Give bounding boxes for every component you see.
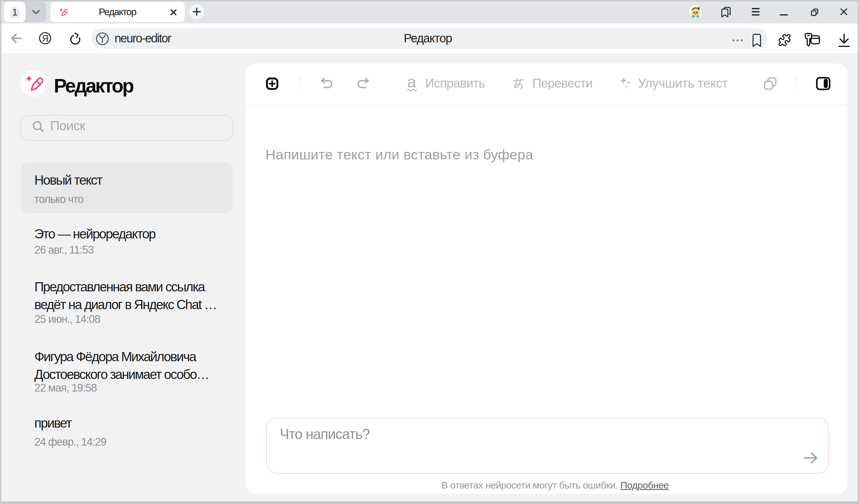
svg-text:1: 1	[12, 6, 18, 17]
svg-text:Я: Я	[42, 33, 48, 43]
